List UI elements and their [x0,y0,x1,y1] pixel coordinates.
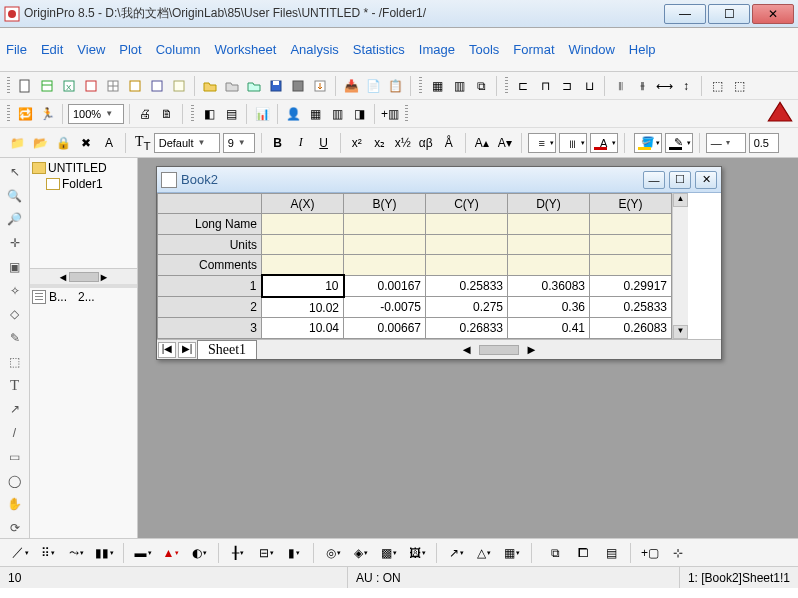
distribute-v-button[interactable]: ⫵ [632,76,652,96]
labtalk-button[interactable]: ◨ [349,104,369,124]
cell[interactable]: 0.41 [508,318,590,339]
new-notes-button[interactable] [169,76,189,96]
new-excel-button[interactable]: X [59,76,79,96]
same-height-button[interactable]: ↕ [676,76,696,96]
project-root[interactable]: UNTITLED [32,160,135,176]
draw-data-tool[interactable]: ✎ [5,328,25,348]
toolbar-grip[interactable] [505,77,508,95]
new-project-button[interactable] [15,76,35,96]
cell[interactable] [262,214,344,234]
import-wizard-button[interactable]: 📥 [341,76,361,96]
arrow-tool[interactable]: ↗ [5,400,25,420]
new-matrix-button[interactable] [103,76,123,96]
align-top-button[interactable]: ⊔ [579,76,599,96]
new-graph-button[interactable] [81,76,101,96]
distribute-h-button[interactable]: ⫴ [610,76,630,96]
selection-tool[interactable]: ✧ [5,281,25,301]
tool-lock[interactable]: 🔒 [53,133,73,153]
project-folder[interactable]: Folder1 [32,176,135,192]
save-button[interactable] [266,76,286,96]
duplicate-button[interactable]: ⧉ [471,76,491,96]
cell[interactable]: 0.36083 [508,275,590,297]
project-hscroll[interactable]: ◄► [30,268,137,284]
cell[interactable] [508,255,590,275]
extract-button[interactable]: ⧠ [571,543,595,563]
cell[interactable]: 0.29917 [590,275,672,297]
circle-tool[interactable]: ◯ [5,471,25,491]
menu-column[interactable]: Column [156,42,201,57]
longname-header[interactable]: Long Name [158,214,262,234]
region-tool[interactable]: ⬚ [5,352,25,372]
align-center-button[interactable]: ⊓ [535,76,555,96]
tile-button[interactable]: ▦ [427,76,447,96]
cell[interactable] [508,214,590,234]
menu-help[interactable]: Help [629,42,656,57]
line-style-combo[interactable]: —▾ [706,133,746,153]
import-multi-button[interactable]: 📋 [385,76,405,96]
col-header[interactable]: C(Y) [426,194,508,214]
tool2-button[interactable]: ▤ [221,104,241,124]
justify-dropdown[interactable]: ≡▾ [528,133,556,153]
supersub-button[interactable]: x½ [393,133,413,153]
line-tool[interactable]: / [5,423,25,443]
scatter-plot-button[interactable]: ⠿▾ [36,543,60,563]
hand-tool[interactable]: ✋ [5,495,25,515]
line-symbol-plot-button[interactable]: ⤳▾ [64,543,88,563]
toolbar-grip[interactable] [7,77,10,95]
comments-header[interactable]: Comments [158,255,262,275]
row-header[interactable]: 3 [158,318,262,339]
fill-color-dropdown[interactable]: 🪣▾ [634,133,662,153]
superscript-button[interactable]: x² [347,133,367,153]
underline-button[interactable]: U [314,133,334,153]
menu-plot[interactable]: Plot [119,42,141,57]
screen-reader-tool[interactable]: ▣ [5,257,25,277]
sheet-tab[interactable]: Sheet1 [197,340,257,359]
bold-button[interactable]: B [268,133,288,153]
cell[interactable]: 0.275 [426,297,508,318]
workbook-window[interactable]: Book2 — ☐ ✕ A(X) B(Y) C(Y) D(Y) E(Y) Lon… [156,166,722,360]
data-reader-tool[interactable]: ✛ [5,233,25,253]
add-axes-button[interactable]: ⊹ [666,543,690,563]
menu-analysis[interactable]: Analysis [290,42,338,57]
project-tree[interactable]: UNTITLED Folder1 [30,158,137,268]
tool-a[interactable]: A [99,133,119,153]
column-plot-button[interactable]: ▮▮▾ [92,543,116,563]
menu-image[interactable]: Image [419,42,455,57]
subscript-button[interactable]: x₂ [370,133,390,153]
image-plot-button[interactable]: 🖼▾ [405,543,429,563]
cell[interactable] [344,255,426,275]
mask-tool[interactable]: ◇ [5,305,25,325]
new-function-button[interactable] [147,76,167,96]
cascade-button[interactable]: ▥ [449,76,469,96]
print-button[interactable]: 🖨 [135,104,155,124]
zoom-combo[interactable]: 100%▼ [68,104,124,124]
menu-view[interactable]: View [77,42,105,57]
zoom-in-tool[interactable]: 🔍 [5,186,25,206]
open-excel-button[interactable] [244,76,264,96]
row-header[interactable]: 1 [158,275,262,297]
pie-plot-button[interactable]: ◐▾ [187,543,211,563]
cell[interactable]: 0.25833 [590,297,672,318]
toolbar-grip[interactable] [191,105,194,123]
close-button[interactable]: ✕ [752,4,794,24]
refresh-button[interactable]: 🔁 [15,104,35,124]
sheet-last-button[interactable]: ▶| [178,342,196,358]
line-plot-button[interactable]: ／▾ [8,543,32,563]
font-combo[interactable]: Default▼ [154,133,220,153]
line-width-combo[interactable]: 0.5 [749,133,779,153]
align-left-button[interactable]: ⊏ [513,76,533,96]
worksheet-vscroll[interactable]: ▲▼ [672,193,688,339]
toolbar-grip[interactable] [405,105,408,123]
cell[interactable] [590,214,672,234]
cell[interactable]: -0.0075 [344,297,426,318]
pointer-tool[interactable]: ↖ [5,162,25,182]
decrease-font-button[interactable]: A▾ [495,133,515,153]
maximize-button[interactable]: ☐ [708,4,750,24]
same-width-button[interactable]: ⟷ [654,76,674,96]
add-column-button[interactable]: +▥ [380,104,400,124]
line-color-dropdown[interactable]: ✎▾ [665,133,693,153]
workbook-maximize-button[interactable]: ☐ [669,171,691,189]
new-layout-button[interactable] [125,76,145,96]
col-header[interactable]: B(Y) [344,194,426,214]
reader-tool[interactable]: 🔎 [5,210,25,230]
